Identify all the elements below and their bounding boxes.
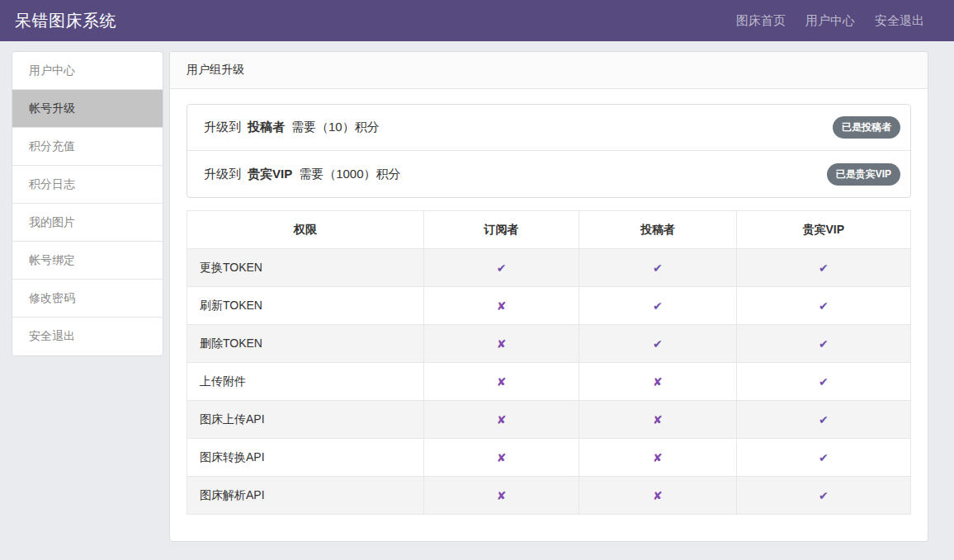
cross-icon: ✘ bbox=[497, 299, 507, 313]
permission-label: 更换TOKEN bbox=[187, 249, 424, 287]
content-wrapper: 用户中心帐号升级积分充值积分日志我的图片帐号绑定修改密码安全退出 用户组升级 升… bbox=[0, 41, 954, 560]
sidebar-item-7[interactable]: 安全退出 bbox=[12, 318, 163, 355]
upgrade-target-group: 贵宾VIP bbox=[248, 167, 292, 182]
column-header-0: 权限 bbox=[187, 211, 424, 249]
upgrade-prefix: 升级到 bbox=[204, 120, 241, 135]
mark-cell: ✘ bbox=[423, 439, 579, 477]
top-navbar: 呆错图床系统 图床首页用户中心安全退出 bbox=[0, 0, 954, 41]
cross-icon: ✘ bbox=[653, 489, 663, 502]
sidebar-item-2[interactable]: 积分充值 bbox=[12, 128, 163, 166]
mark-cell: ✔ bbox=[579, 325, 736, 363]
nav-link-0[interactable]: 图床首页 bbox=[736, 13, 786, 29]
cross-icon: ✘ bbox=[497, 375, 507, 388]
check-icon: ✔ bbox=[819, 413, 829, 426]
permission-label: 图床转换API bbox=[187, 439, 424, 477]
mark-cell: ✔ bbox=[736, 439, 910, 477]
mark-cell: ✘ bbox=[579, 363, 736, 401]
cross-icon: ✘ bbox=[497, 489, 507, 502]
navbar-links: 图床首页用户中心安全退出 bbox=[736, 13, 939, 29]
mark-cell: ✔ bbox=[736, 249, 910, 287]
upgrade-cost: 需要（1000）积分 bbox=[299, 167, 400, 182]
cross-icon: ✘ bbox=[653, 375, 663, 388]
status-badge: 已是投稿者 bbox=[833, 116, 900, 139]
mark-cell: ✘ bbox=[423, 325, 579, 363]
sidebar-item-4[interactable]: 我的图片 bbox=[12, 204, 163, 242]
mark-cell: ✔ bbox=[736, 477, 910, 515]
sidebar-item-5[interactable]: 帐号绑定 bbox=[12, 242, 163, 280]
table-row: 更换TOKEN✔✔✔ bbox=[187, 249, 911, 287]
cross-icon: ✘ bbox=[497, 451, 507, 464]
check-icon: ✔ bbox=[819, 375, 829, 388]
sidebar-item-3[interactable]: 积分日志 bbox=[12, 166, 163, 204]
mark-cell: ✔ bbox=[423, 249, 579, 287]
permission-label: 刷新TOKEN bbox=[187, 287, 424, 325]
table-header-row: 权限订阅者投稿者贵宾VIP bbox=[187, 211, 911, 249]
mark-cell: ✘ bbox=[423, 401, 579, 439]
table-row: 刷新TOKEN✘✔✔ bbox=[187, 287, 911, 325]
mark-cell: ✘ bbox=[579, 439, 736, 477]
check-icon: ✔ bbox=[819, 261, 829, 275]
check-icon: ✔ bbox=[653, 337, 663, 351]
cross-icon: ✘ bbox=[653, 451, 663, 464]
permission-label: 图床上传API bbox=[187, 401, 424, 439]
cross-icon: ✘ bbox=[653, 413, 663, 426]
permission-label: 上传附件 bbox=[187, 363, 424, 401]
sidebar-item-0[interactable]: 用户中心 bbox=[12, 52, 163, 90]
column-header-3: 贵宾VIP bbox=[736, 211, 910, 249]
mark-cell: ✘ bbox=[423, 287, 579, 325]
column-header-1: 订阅者 bbox=[423, 211, 579, 249]
table-body: 更换TOKEN✔✔✔刷新TOKEN✘✔✔删除TOKEN✘✔✔上传附件✘✘✔图床上… bbox=[187, 249, 911, 515]
mark-cell: ✘ bbox=[423, 363, 579, 401]
mark-cell: ✔ bbox=[736, 325, 910, 363]
sidebar-item-6[interactable]: 修改密码 bbox=[12, 280, 163, 318]
nav-link-2[interactable]: 安全退出 bbox=[875, 13, 924, 29]
main-panel: 用户组升级 升级到投稿者需要（10）积分已是投稿者升级到贵宾VIP需要（1000… bbox=[169, 51, 928, 542]
check-icon: ✔ bbox=[819, 489, 829, 502]
mark-cell: ✔ bbox=[579, 287, 736, 325]
app-title: 呆错图床系统 bbox=[15, 10, 116, 32]
check-icon: ✔ bbox=[653, 261, 663, 275]
check-icon: ✔ bbox=[819, 337, 829, 351]
upgrade-cost: 需要（10）积分 bbox=[291, 120, 380, 135]
mark-cell: ✘ bbox=[579, 477, 736, 515]
table-row: 上传附件✘✘✔ bbox=[187, 363, 911, 401]
nav-link-1[interactable]: 用户中心 bbox=[805, 13, 855, 29]
upgrade-text: 升级到贵宾VIP需要（1000）积分 bbox=[204, 167, 401, 182]
permission-label: 图床解析API bbox=[187, 477, 424, 515]
table-row: 图床转换API✘✘✔ bbox=[187, 439, 911, 477]
mark-cell: ✔ bbox=[579, 249, 736, 287]
upgrade-target-group: 投稿者 bbox=[248, 120, 285, 135]
table-row: 图床上传API✘✘✔ bbox=[187, 401, 911, 439]
permissions-table: 权限订阅者投稿者贵宾VIP 更换TOKEN✔✔✔刷新TOKEN✘✔✔删除TOKE… bbox=[187, 210, 911, 515]
mark-cell: ✔ bbox=[736, 363, 910, 401]
mark-cell: ✔ bbox=[736, 287, 910, 325]
check-icon: ✔ bbox=[819, 299, 829, 313]
sidebar-item-1[interactable]: 帐号升级 bbox=[12, 90, 163, 128]
cross-icon: ✘ bbox=[497, 337, 507, 351]
table-row: 删除TOKEN✘✔✔ bbox=[187, 325, 911, 363]
column-header-2: 投稿者 bbox=[579, 211, 736, 249]
check-icon: ✔ bbox=[819, 451, 829, 464]
upgrade-text: 升级到投稿者需要（10）积分 bbox=[204, 120, 380, 135]
upgrade-prefix: 升级到 bbox=[204, 167, 241, 182]
mark-cell: ✘ bbox=[423, 477, 579, 515]
upgrade-row: 升级到投稿者需要（10）积分已是投稿者 bbox=[187, 105, 910, 151]
status-badge: 已是贵宾VIP bbox=[827, 163, 900, 186]
mark-cell: ✘ bbox=[579, 401, 736, 439]
check-icon: ✔ bbox=[653, 299, 663, 313]
upgrade-list: 升级到投稿者需要（10）积分已是投稿者升级到贵宾VIP需要（1000）积分已是贵… bbox=[187, 104, 911, 198]
upgrade-row: 升级到贵宾VIP需要（1000）积分已是贵宾VIP bbox=[187, 151, 910, 197]
permission-label: 删除TOKEN bbox=[187, 325, 424, 363]
check-icon: ✔ bbox=[497, 261, 507, 275]
page-title: 用户组升级 bbox=[170, 52, 928, 89]
table-row: 图床解析API✘✘✔ bbox=[187, 477, 911, 515]
panel-body: 升级到投稿者需要（10）积分已是投稿者升级到贵宾VIP需要（1000）积分已是贵… bbox=[170, 89, 928, 531]
sidebar-menu: 用户中心帐号升级积分充值积分日志我的图片帐号绑定修改密码安全退出 bbox=[12, 51, 163, 356]
mark-cell: ✔ bbox=[736, 401, 910, 439]
cross-icon: ✘ bbox=[497, 413, 507, 426]
